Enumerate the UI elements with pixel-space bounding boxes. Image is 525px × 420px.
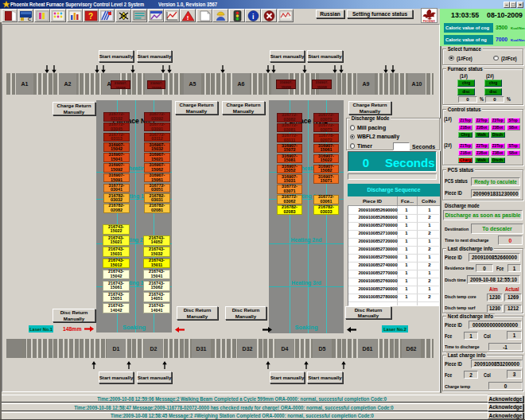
svg-text:C: C [28, 17, 32, 21]
svg-text:i: i [252, 13, 255, 21]
svg-text:?: ? [88, 12, 93, 21]
svg-text:!: ! [187, 14, 189, 21]
svg-text:PHOENIX: PHOENIX [423, 20, 436, 23]
